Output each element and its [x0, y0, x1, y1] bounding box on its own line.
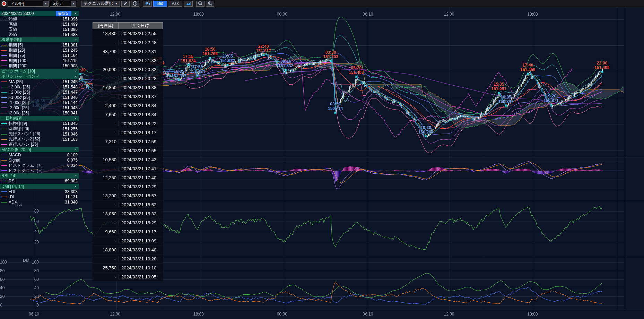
area-chart-button[interactable]	[184, 1, 193, 7]
series-color-swatch	[1, 202, 7, 202]
pair-select[interactable]: ドル/円 ▼	[8, 1, 49, 7]
timeframe-select-value: 5分足	[53, 1, 63, 7]
indicator-value: 0.075	[67, 158, 78, 163]
order-amount-cell: -	[93, 121, 119, 126]
order-datetime-cell: 2024/03/21 10:40	[119, 247, 163, 252]
indicator-row: Signal0.075	[0, 158, 79, 163]
indicator-label: -3.00σ [25]	[9, 111, 61, 115]
table-row: -2024/03/21 10:05	[93, 273, 163, 282]
zoom-out-icon	[198, 1, 203, 6]
indicator-row: ADX31.340	[0, 199, 79, 205]
close-icon[interactable]: ×	[73, 69, 78, 73]
close-icon[interactable]: ×	[73, 148, 78, 152]
series-color-swatch	[1, 181, 7, 181]
table-row: -2024/03/21 16:52	[93, 200, 163, 209]
table-row: 13,2002024/03/21 16:57	[93, 191, 163, 200]
chevron-down-icon: ▼	[115, 2, 118, 5]
order-amount-cell: -	[93, 58, 119, 63]
draw-tool-button[interactable]	[121, 1, 130, 7]
order-amount-cell: -	[93, 166, 119, 171]
order-amount-cell: 12,250	[93, 175, 119, 180]
indicator-row: 始値151.396	[0, 16, 79, 21]
order-datetime-cell: 2024/03/21 19:38	[119, 85, 163, 90]
order-datetime-cell: 2024/03/21 17:29	[119, 184, 163, 189]
table-row: 25,7502024/03/21 10:10	[93, 264, 163, 273]
indicator-label: +1.00σ [25]	[9, 95, 61, 100]
toolbar: ドル/円 ▼ 5分足 ▼ テクニカル選択 ▼	[0, 0, 644, 7]
indicator-value: 150.941	[63, 111, 78, 115]
order-amount-cell: 20,090	[93, 67, 119, 72]
indicator-value: 31.340	[65, 200, 78, 205]
order-amount-cell: -	[93, 130, 119, 135]
series-color-swatch	[1, 113, 7, 113]
table-row: 7,6502024/03/21 18:34	[93, 110, 163, 119]
order-amount-cell: 9,660	[93, 229, 119, 234]
order-datetime-cell: 2024/03/21 10:10	[119, 265, 163, 270]
timeframe-select[interactable]: 5分足 ▼	[50, 1, 76, 7]
close-icon[interactable]: ×	[73, 116, 78, 120]
series-color-swatch	[1, 87, 7, 87]
table-row: 10,5802024/03/21 17:43	[93, 155, 163, 164]
indicator-label: Signal	[9, 158, 66, 163]
order-datetime-cell: 2024/03/21 17:55	[119, 148, 163, 153]
series-color-swatch	[1, 134, 7, 135]
indicator-row: -3.00σ [25]150.941	[0, 111, 79, 116]
info-panel-header: 2024/03/21 23:00 最新足 ×	[0, 11, 79, 16]
indicator-value: 151.483	[63, 32, 78, 37]
table-row: 43,7002024/03/21 22:31	[93, 47, 163, 56]
chevron-down-icon: ▼	[43, 1, 48, 6]
candlestick-chart-icon	[145, 1, 150, 6]
fx-chart-application: ドル/円 ▼ 5分足 ▼ テクニカル選択 ▼	[0, 0, 644, 319]
order-amount-cell: -	[93, 256, 119, 261]
table-row: -2024/03/21 19:37	[93, 92, 163, 101]
indicator-value: 69.882	[65, 179, 78, 183]
zoom-out-button[interactable]	[196, 1, 204, 7]
orders-table-body: 18,4802024/03/21 22:55-2024/03/21 22:484…	[93, 29, 163, 282]
order-datetime-cell: 2024/03/21 22:31	[119, 49, 163, 54]
indicator-row: +DI33.303	[0, 189, 79, 194]
chart-type-button[interactable]	[143, 1, 152, 7]
chevron-down-icon: ▼	[71, 1, 76, 6]
close-icon[interactable]: ×	[73, 75, 78, 79]
order-datetime-cell: 2024/03/21 20:32	[119, 67, 163, 72]
close-icon[interactable]: ×	[73, 11, 78, 16]
indicator-row: -1.00σ [25]151.144	[0, 100, 79, 105]
series-color-swatch	[1, 19, 7, 19]
section-title: ボリンジャーバンド	[1, 74, 73, 79]
indicator-section-header: MACD [5, 20, 9]×	[0, 147, 79, 152]
order-amount-cell: 18,800	[93, 247, 119, 252]
info-button[interactable]	[131, 1, 139, 7]
indicator-value: 151.245	[63, 79, 78, 84]
indicator-value: 151.381	[63, 43, 78, 48]
order-amount-cell: 43,700	[93, 49, 119, 54]
current-bar-datetime: 2024/03/21 23:00	[1, 11, 34, 16]
indicator-section-header: 移動平均線×	[0, 37, 79, 42]
close-icon[interactable]: ×	[73, 174, 78, 178]
table-row: 13,0502024/03/21 15:32	[93, 209, 163, 218]
close-icon[interactable]: ×	[73, 38, 78, 42]
indicator-section-header: DMI [14, 14]×	[0, 184, 79, 189]
technical-select-button[interactable]: テクニカル選択 ▼	[81, 1, 120, 7]
order-datetime-cell: 2024/03/21 18:34	[119, 112, 163, 117]
order-amount-cell: 13,200	[93, 193, 119, 198]
indicator-value: 151.346	[63, 95, 78, 100]
orders-table-header: (円換算) 注文日時	[93, 22, 163, 29]
order-datetime-cell: 2024/03/21 10:05	[119, 274, 163, 279]
indicator-row: 安値151.396	[0, 27, 79, 32]
indicator-label: -2.00σ [25]	[9, 105, 61, 110]
order-datetime-cell: 2024/03/21 18:22	[119, 121, 163, 126]
order-amount-cell: -	[93, 220, 119, 225]
series-color-swatch	[1, 102, 7, 103]
order-datetime-cell: 2024/03/21 22:55	[119, 31, 163, 36]
ask-button[interactable]: Ask	[168, 1, 182, 7]
close-icon[interactable]: ×	[73, 184, 78, 189]
order-amount-cell: 7,310	[93, 139, 119, 144]
table-row: 17,8502024/03/21 19:38	[93, 83, 163, 92]
table-row: -2024/03/21 21:33	[93, 56, 163, 65]
series-color-swatch	[1, 45, 7, 45]
zoom-in-button[interactable]	[206, 1, 214, 7]
table-row: -2024/03/21 10:28	[93, 255, 163, 264]
order-datetime-cell: 2024/03/21 18:17	[119, 130, 163, 135]
bid-button[interactable]: Bid	[153, 1, 167, 7]
order-datetime-cell: 2024/03/21 15:29	[119, 220, 163, 225]
